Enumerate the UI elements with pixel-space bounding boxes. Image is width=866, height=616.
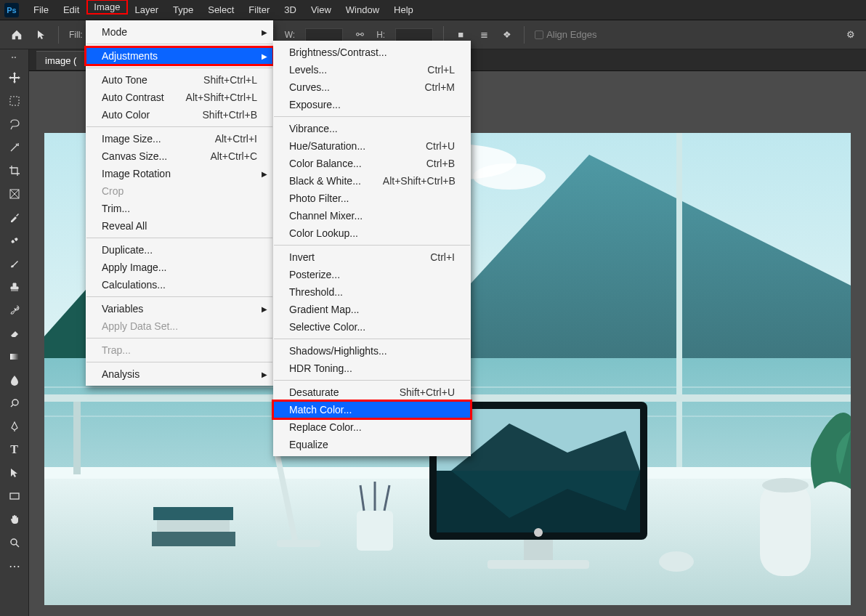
image-menu-reveal-all[interactable]: Reveal All	[86, 217, 273, 235]
type-tool[interactable]: T	[6, 441, 23, 458]
adj-menu-exposure[interactable]: Exposure...	[273, 96, 471, 113]
brush-tool[interactable]	[6, 255, 23, 272]
lasso-tool[interactable]	[6, 115, 23, 133]
adj-menu-brightness-contrast[interactable]: Brightness/Contrast...	[273, 44, 471, 61]
adj-menu-hdr-toning[interactable]: HDR Toning...	[273, 360, 471, 377]
crop-tool[interactable]	[6, 162, 23, 179]
adj-menu-photo-filter[interactable]: Photo Filter...	[273, 190, 471, 207]
menu-layer[interactable]: Layer	[128, 1, 166, 18]
image-menu-calculations[interactable]: Calculations...	[86, 276, 273, 293]
menu-3d[interactable]: 3D	[277, 1, 304, 18]
menu-item-shortcut: Alt+Shift+Ctrl+L	[186, 92, 257, 103]
history-brush-tool[interactable]	[6, 301, 23, 319]
adj-menu-invert[interactable]: InvertCtrl+I	[273, 248, 471, 266]
image-menu-auto-tone[interactable]: Auto ToneShift+Ctrl+L	[86, 71, 273, 89]
adj-menu-selective-color[interactable]: Selective Color...	[273, 318, 471, 336]
move-tool[interactable]	[6, 69, 23, 86]
menu-help[interactable]: Help	[387, 1, 421, 18]
adj-menu-gradient-map[interactable]: Gradient Map...	[273, 301, 471, 318]
svg-rect-35	[152, 532, 235, 546]
menu-filter[interactable]: Filter	[241, 1, 277, 18]
document-tab[interactable]: image (	[36, 51, 85, 70]
gear-icon[interactable]: ⚙	[844, 28, 857, 41]
adj-menu-curves[interactable]: Curves...Ctrl+M	[273, 78, 471, 96]
adj-menu-match-color[interactable]: Match Color...	[273, 401, 471, 418]
healing-tool[interactable]	[6, 232, 23, 249]
panel-grip-icon[interactable]: ••	[12, 54, 17, 60]
menu-item-label: Color Balance...	[289, 158, 362, 169]
adj-menu-vibrance[interactable]: Vibrance...	[273, 120, 471, 137]
image-menu-dropdown: Mode▶Adjustments▶Auto ToneShift+Ctrl+LAu…	[86, 20, 273, 386]
rectangle-tool[interactable]	[6, 487, 23, 505]
width-field[interactable]	[305, 28, 343, 41]
image-menu-duplicate[interactable]: Duplicate...	[86, 241, 273, 259]
menu-item-label: Trim...	[102, 203, 130, 214]
arrange-icon[interactable]: ❖	[501, 28, 514, 41]
menu-view[interactable]: View	[304, 1, 339, 18]
menu-type[interactable]: Type	[166, 1, 201, 18]
arrow-cursor-icon[interactable]	[35, 28, 48, 41]
menu-item-label: Gradient Map...	[289, 304, 360, 315]
menu-item-label: Photo Filter...	[289, 192, 349, 204]
link-icon[interactable]: ⚯	[353, 28, 366, 41]
adj-menu-equalize[interactable]: Equalize	[273, 436, 471, 453]
frame-tool[interactable]	[6, 185, 23, 203]
image-menu-apply-image[interactable]: Apply Image...	[86, 259, 273, 276]
adj-menu-color-balance[interactable]: Color Balance...Ctrl+B	[273, 155, 471, 172]
stamp-tool[interactable]	[6, 278, 23, 296]
adj-menu-color-lookup[interactable]: Color Lookup...	[273, 224, 471, 242]
adj-menu-posterize[interactable]: Posterize...	[273, 266, 471, 283]
path-select-tool[interactable]	[6, 464, 23, 482]
menu-item-shortcut: Alt+Ctrl+C	[210, 150, 257, 162]
pen-tool[interactable]	[6, 418, 23, 435]
marquee-tool[interactable]	[6, 92, 23, 110]
menu-file[interactable]: File	[26, 1, 56, 18]
image-menu-auto-contrast[interactable]: Auto ContrastAlt+Shift+Ctrl+L	[86, 89, 273, 106]
align-edges-checkbox[interactable]: Align Edges	[535, 29, 596, 40]
menu-item-label: Curves...	[289, 81, 330, 93]
align-icon[interactable]: ≣	[477, 28, 490, 41]
image-menu-auto-color[interactable]: Auto ColorShift+Ctrl+B	[86, 106, 273, 123]
zoom-tool[interactable]	[6, 534, 23, 551]
menu-item-label: Levels...	[289, 64, 327, 76]
adj-menu-channel-mixer[interactable]: Channel Mixer...	[273, 207, 471, 224]
menu-item-label: Canvas Size...	[102, 150, 167, 162]
wand-tool[interactable]	[6, 139, 23, 156]
adj-menu-replace-color[interactable]: Replace Color...	[273, 418, 471, 436]
menu-select[interactable]: Select	[201, 1, 241, 18]
menu-item-shortcut: Alt+Shift+Ctrl+B	[383, 175, 456, 187]
image-menu-trim[interactable]: Trim...	[86, 200, 273, 217]
menu-window[interactable]: Window	[339, 1, 387, 18]
image-menu-image-rotation[interactable]: Image Rotation▶	[86, 165, 273, 182]
image-menu-canvas-size[interactable]: Canvas Size...Alt+Ctrl+C	[86, 147, 273, 165]
path-ops-icon[interactable]: ■	[454, 28, 467, 41]
blur-tool[interactable]	[6, 371, 23, 389]
gradient-tool[interactable]	[6, 348, 23, 365]
menu-item-label: Selective Color...	[289, 321, 365, 333]
adj-menu-threshold[interactable]: Threshold...	[273, 283, 471, 301]
image-menu-image-size[interactable]: Image Size...Alt+Ctrl+I	[86, 130, 273, 147]
image-menu-variables[interactable]: Variables▶	[86, 300, 273, 317]
more-tools[interactable]: ⋯	[6, 557, 23, 575]
menu-edit[interactable]: Edit	[56, 1, 86, 18]
image-menu-analysis[interactable]: Analysis▶	[86, 365, 273, 383]
image-menu-mode[interactable]: Mode▶	[86, 23, 273, 41]
menu-item-label: Variables	[102, 303, 143, 315]
eyedropper-tool[interactable]	[6, 208, 23, 226]
image-menu-adjustments[interactable]: Adjustments▶	[86, 47, 273, 65]
height-field[interactable]	[395, 28, 433, 41]
hand-tool[interactable]	[6, 511, 23, 528]
dodge-tool[interactable]	[6, 394, 23, 412]
adj-menu-desaturate[interactable]: DesaturateShift+Ctrl+U	[273, 384, 471, 401]
eraser-tool[interactable]	[6, 325, 23, 342]
adj-menu-shadows-highlights[interactable]: Shadows/Highlights...	[273, 342, 471, 360]
menu-image[interactable]: Image	[86, 1, 127, 18]
adj-menu-hue-saturation[interactable]: Hue/Saturation...Ctrl+U	[273, 137, 471, 155]
home-button[interactable]	[9, 27, 25, 43]
menu-item-shortcut: Ctrl+M	[424, 81, 455, 93]
svg-rect-27	[524, 540, 553, 562]
menu-item-label: Threshold...	[289, 286, 343, 298]
adj-menu-black-white[interactable]: Black & White...Alt+Shift+Ctrl+B	[273, 172, 471, 190]
adj-menu-levels[interactable]: Levels...Ctrl+L	[273, 61, 471, 78]
menu-item-label: Match Color...	[289, 404, 352, 416]
